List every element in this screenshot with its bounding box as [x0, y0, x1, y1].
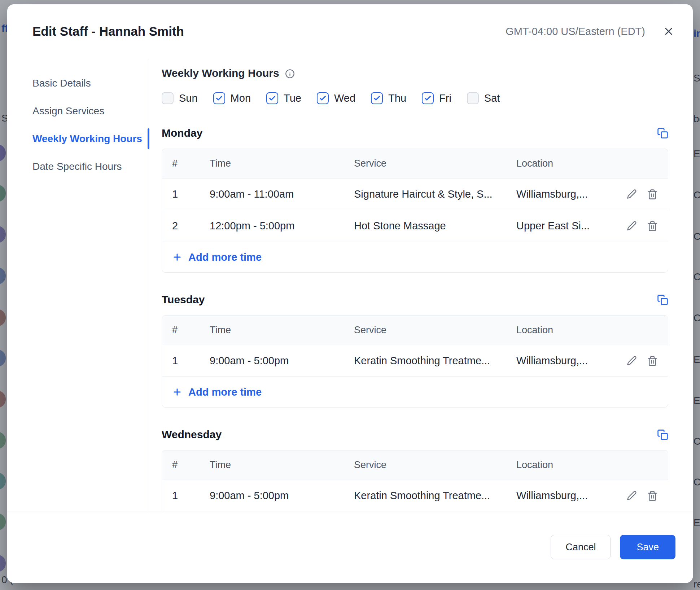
- column-header-service: Service: [354, 158, 516, 169]
- day-checkbox-sat[interactable]: Sat: [467, 92, 500, 104]
- table-header-row: # Time Service Location: [162, 149, 668, 179]
- day-checkbox-sun[interactable]: Sun: [162, 92, 198, 104]
- add-more-time-label: Add more time: [188, 386, 262, 398]
- column-header-location: Location: [516, 158, 625, 169]
- modal-title: Edit Staff - Hannah Smith: [32, 24, 184, 39]
- sidebar-nav: Basic Details Assign Services Weekly Wor…: [7, 58, 149, 511]
- timezone-label: GMT-04:00 US/Eastern (EDT): [506, 26, 645, 38]
- row-location: Williamsburg,...: [516, 355, 625, 367]
- row-service: Keratin Smoothing Treatme...: [354, 490, 516, 502]
- column-header-time: Time: [210, 459, 354, 471]
- day-section-header: Tuesday: [162, 294, 668, 306]
- weekday-selector: Sun Mon Tue Wed Thu: [162, 90, 668, 106]
- modal-body: Basic Details Assign Services Weekly Wor…: [7, 58, 693, 511]
- column-header-service: Service: [354, 325, 516, 336]
- sidebar-item-assign-services[interactable]: Assign Services: [7, 97, 149, 125]
- row-number: 1: [172, 490, 210, 502]
- row-number: 1: [172, 188, 210, 200]
- add-more-time-button[interactable]: Add more time: [172, 251, 262, 263]
- table-row: 2 12:00pm - 5:00pm Hot Stone Massage Upp…: [162, 210, 668, 242]
- day-checkbox-label: Thu: [388, 92, 406, 104]
- delete-row-icon[interactable]: [647, 221, 658, 232]
- table-row: 1 9:00am - 5:00pm Keratin Smoothing Trea…: [162, 480, 668, 511]
- column-header-time: Time: [210, 325, 354, 336]
- checkbox-box: [266, 92, 278, 104]
- copy-day-icon[interactable]: [657, 128, 668, 139]
- modal-header: Edit Staff - Hannah Smith GMT-04:00 US/E…: [7, 4, 693, 58]
- day-checkbox-tue[interactable]: Tue: [266, 92, 301, 104]
- copy-day-icon[interactable]: [657, 429, 668, 440]
- column-header-num: #: [172, 158, 210, 169]
- checkbox-box: [467, 92, 479, 104]
- add-more-time-button[interactable]: Add more time: [172, 386, 262, 398]
- edit-row-icon[interactable]: [627, 221, 637, 232]
- row-service: Signature Haircut & Style, S...: [354, 188, 516, 200]
- sidebar-item-label: Weekly Working Hours: [32, 133, 142, 145]
- delete-row-icon[interactable]: [647, 356, 658, 366]
- add-row: Add more time: [162, 377, 668, 407]
- day-checkbox-wed[interactable]: Wed: [317, 92, 355, 104]
- table-body: 1 9:00am - 5:00pm Keratin Smoothing Trea…: [162, 480, 668, 511]
- check-icon: [373, 94, 381, 102]
- delete-row-icon[interactable]: [647, 490, 658, 501]
- day-sections: Monday # Time Service Location 1 9:00am …: [162, 127, 668, 511]
- day-checkbox-mon[interactable]: Mon: [213, 92, 251, 104]
- day-section-header: Wednesday: [162, 428, 668, 441]
- day-checkbox-label: Fri: [439, 92, 451, 104]
- row-number: 1: [172, 355, 210, 367]
- row-actions: [625, 221, 658, 232]
- sidebar-item-basic-details[interactable]: Basic Details: [7, 69, 149, 97]
- table-body: 1 9:00am - 5:00pm Keratin Smoothing Trea…: [162, 345, 668, 377]
- day-checkbox-fri[interactable]: Fri: [422, 92, 451, 104]
- check-icon: [268, 94, 276, 102]
- checkbox-box: [317, 92, 329, 104]
- check-icon: [424, 94, 432, 102]
- day-name: Tuesday: [162, 294, 205, 306]
- checkbox-box: [371, 92, 383, 104]
- day-checkbox-label: Mon: [231, 92, 251, 104]
- day-checkbox-label: Tue: [284, 92, 301, 104]
- day-section-wednesday: Wednesday # Time Service Location 1 9:00…: [162, 428, 668, 511]
- save-button[interactable]: Save: [620, 535, 675, 559]
- edit-row-icon[interactable]: [627, 356, 637, 366]
- content-scroll-area[interactable]: Weekly Working Hours Sun Mon: [149, 58, 693, 511]
- row-time: 12:00pm - 5:00pm: [210, 220, 354, 232]
- table-header-row: # Time Service Location: [162, 316, 668, 345]
- column-header-time: Time: [210, 158, 354, 169]
- sidebar-item-date-specific-hours[interactable]: Date Specific Hours: [7, 153, 149, 180]
- sidebar-item-label: Assign Services: [32, 105, 104, 117]
- edit-staff-modal: Edit Staff - Hannah Smith GMT-04:00 US/E…: [7, 4, 693, 583]
- day-table: # Time Service Location 1 9:00am - 11:00…: [162, 149, 668, 273]
- sidebar-item-label: Basic Details: [32, 78, 91, 89]
- modal-footer: Cancel Save: [7, 511, 693, 583]
- edit-row-icon[interactable]: [627, 189, 637, 200]
- day-checkbox-thu[interactable]: Thu: [371, 92, 406, 104]
- modal-header-right: GMT-04:00 US/Eastern (EDT): [506, 23, 677, 40]
- column-header-location: Location: [516, 459, 625, 471]
- row-location: Upper East Si...: [516, 220, 625, 232]
- check-icon: [215, 94, 223, 102]
- row-number: 2: [172, 220, 210, 232]
- sidebar-item-weekly-working-hours[interactable]: Weekly Working Hours: [7, 125, 149, 153]
- close-icon[interactable]: [660, 23, 677, 40]
- row-location: Williamsburg,...: [516, 188, 625, 200]
- row-service: Keratin Smoothing Treatme...: [354, 355, 516, 367]
- column-header-location: Location: [516, 325, 625, 336]
- row-time: 9:00am - 5:00pm: [210, 490, 354, 502]
- checkbox-box: [213, 92, 225, 104]
- edit-row-icon[interactable]: [627, 490, 637, 501]
- info-icon[interactable]: [285, 69, 295, 79]
- day-checkbox-label: Sat: [484, 92, 500, 104]
- cancel-button[interactable]: Cancel: [551, 535, 611, 559]
- checkbox-box: [162, 92, 174, 104]
- sidebar-item-label: Date Specific Hours: [32, 161, 122, 172]
- delete-row-icon[interactable]: [647, 189, 658, 200]
- checkbox-box: [422, 92, 434, 104]
- check-icon: [319, 94, 327, 102]
- day-section-tuesday: Tuesday # Time Service Location 1 9:00am…: [162, 294, 668, 408]
- table-row: 1 9:00am - 11:00am Signature Haircut & S…: [162, 179, 668, 210]
- copy-day-icon[interactable]: [657, 294, 668, 305]
- add-row: Add more time: [162, 242, 668, 272]
- row-actions: [625, 189, 658, 200]
- day-name: Monday: [162, 127, 202, 139]
